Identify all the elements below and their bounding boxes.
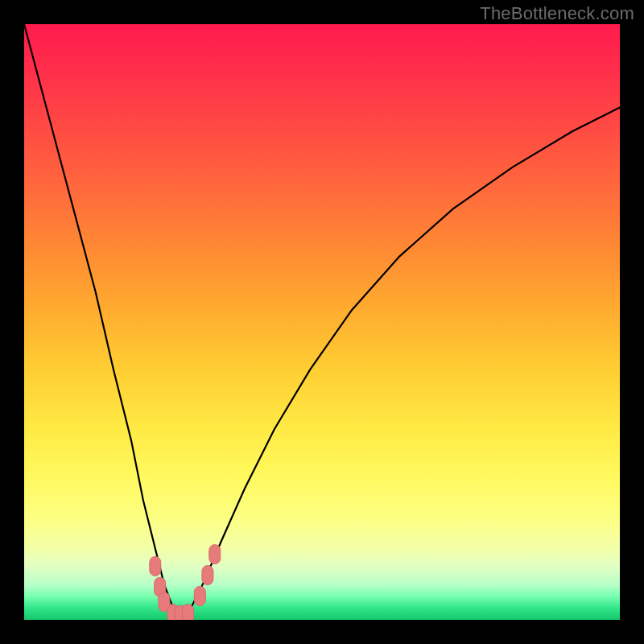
curve-marker bbox=[150, 556, 161, 576]
curve-marker bbox=[209, 545, 221, 564]
chart-frame: TheBottleneck.com bbox=[0, 0, 644, 644]
curve-layer bbox=[24, 24, 620, 620]
curve-marker bbox=[183, 605, 194, 620]
plot-area bbox=[24, 24, 620, 620]
bottleneck-curve bbox=[24, 24, 620, 617]
curve-marker bbox=[194, 586, 205, 605]
watermark-text: TheBottleneck.com bbox=[480, 3, 634, 24]
curve-markers bbox=[150, 545, 221, 620]
curve-marker bbox=[202, 566, 213, 585]
